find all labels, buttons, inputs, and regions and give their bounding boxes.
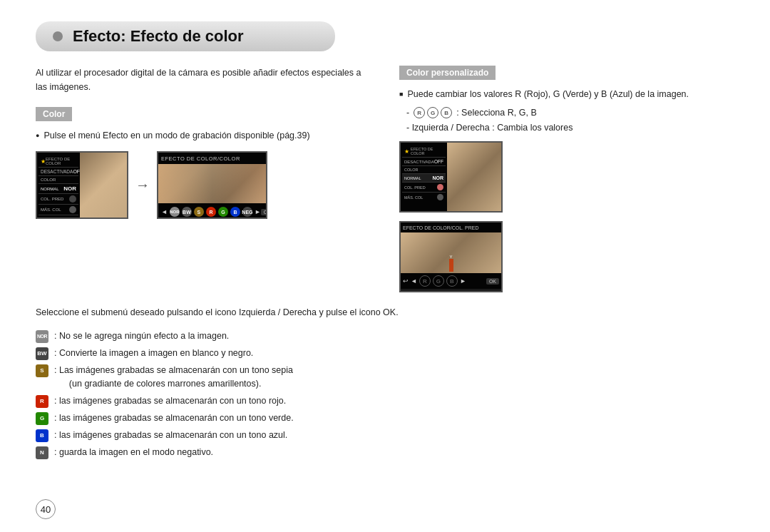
right-camera-2: EFECTO DE COLOR/COL. PRED Y [399, 221, 503, 292]
cam-menu-item-efecto: ★ EFECTO DE COLOR [38, 155, 78, 168]
right-menu-item-5: COL. PRED [402, 183, 446, 193]
right-color-label: COLOR [404, 168, 419, 172]
list-item-nor: NOR : No se le agrega ningún efecto a la… [36, 329, 734, 343]
dash-1: - [406, 108, 409, 118]
right-cam2-top: EFECTO DE COLOR/COL. PRED [401, 222, 501, 232]
left-nav-icon: ◄ [411, 277, 417, 285]
right-camera-1: ★ EFECTO DE COLOR DESACTIVADA OFF COLOR … [399, 141, 503, 213]
cam-icon-pred [69, 195, 76, 203]
col-right: Color personalizado ■ Puede cambiar los … [399, 66, 734, 292]
cam-menu-item-mas: MÁS. COL [38, 205, 78, 215]
neg-badge: N [36, 446, 48, 459]
bottom-intro: Seleccione el submenú deseado pulsando e… [36, 305, 734, 319]
cam2-image [158, 164, 266, 203]
cam2-header: EFECTO DE COLOR/COLOR [158, 153, 266, 164]
main-content: Al utilizar el procesador digital de la … [36, 66, 734, 292]
b-icon: B [230, 207, 240, 217]
right-mas-icon [437, 194, 443, 200]
s-badge: S [36, 364, 48, 377]
r-select-icon: R [414, 107, 425, 118]
bottom-section: Seleccione el submenú deseado pulsando e… [36, 305, 734, 459]
right-cam-menu-1: ★ EFECTO DE COLOR DESACTIVADA OFF COLOR … [401, 143, 447, 211]
nor-badge: NOR [36, 330, 48, 343]
cam-menu-item-pred: COL. PRED [38, 194, 78, 205]
right-menu-item-3: COLOR [402, 166, 446, 174]
rgb-bars: Y [449, 255, 453, 273]
r-bar: Y [449, 255, 453, 272]
r-badge: R [36, 395, 48, 408]
cam2-overlay [158, 164, 266, 203]
g-sel2: G [433, 275, 444, 287]
b-badge: B [36, 429, 48, 442]
s-text: : Las imágenes grabadas se almacenarán c… [54, 364, 293, 391]
cam-menu-item-color: COLOR [38, 176, 78, 184]
g-select-icon: G [427, 107, 438, 118]
list-item-neg: N : guarda la imagen en el modo negativo… [36, 446, 734, 459]
r-bar-fill [449, 259, 453, 272]
select-icons: R G B [414, 107, 452, 118]
right-mas-label: MÁS. COL [404, 195, 423, 200]
col-left: Al utilizar el procesador digital de la … [36, 66, 371, 292]
section-color-header: Color [36, 107, 72, 121]
cam-menu-item-normal: NORMAL NOR [38, 184, 78, 194]
left-arrow-icon: ◄ [161, 208, 168, 215]
cam2-header-text: EFECTO DE COLOR/COLOR [161, 155, 240, 162]
select-rgm-label: : Selecciona R, G, B [456, 108, 537, 118]
cam-label-normal: NORMAL [41, 187, 59, 191]
arrow-icon: → [135, 177, 150, 193]
intro-text: Al utilizar el procesador digital de la … [36, 66, 371, 94]
section-color-personalizado-header: Color personalizado [399, 66, 496, 80]
list-item-r: R : las imágenes grabadas se almacenarán… [36, 394, 734, 408]
cam2-icon-row: ◄ NOR BW S R G B NEG ► [161, 207, 261, 217]
right-cam2-bottom: ↩ ◄ R G B ► OK [401, 273, 501, 289]
right-cam2-img: Y [401, 232, 501, 273]
cam-label-mas: MÁS. COL [41, 208, 61, 212]
back-icon: ↩ [403, 277, 409, 285]
right-nav-icon: ► [460, 277, 466, 285]
b-select-icon: B [441, 107, 452, 118]
right-off-val: OFF [434, 159, 443, 164]
page-title: Efecto: Efecto de color [73, 27, 244, 46]
right-cam2-ok: OK [486, 278, 499, 285]
page-number: 40 [36, 499, 56, 519]
right-cam2-left-controls: ↩ ◄ R G B ► [403, 275, 466, 287]
right-arrow-icon: ► [255, 208, 261, 215]
value-indicator: Y [449, 255, 453, 273]
sepia-icon: S [194, 207, 204, 217]
right-pred-icon [437, 184, 443, 190]
b-text: : las imágenes grabadas se almacenarán c… [54, 429, 287, 442]
right-menu-item-2: DESACTIVADA OFF [402, 158, 446, 166]
color-personalizado-bullet: ■ Puede cambiar los valores R (Rojo), G … [399, 87, 734, 101]
cam-val-nor: NOR [63, 185, 76, 192]
bw-icon: BW [182, 207, 192, 217]
list-item-s: S : Las imágenes grabadas se almacenarán… [36, 364, 734, 391]
right-cam2-header: EFECTO DE COLOR/COL. PRED [403, 225, 478, 230]
right-normal-label: NORMAL [404, 176, 421, 180]
cam-label-color: COLOR [41, 178, 56, 182]
nor-text: : No se le agrega ningún efecto a la ima… [54, 329, 229, 343]
g-text: : las imágenes grabadas se almacenarán c… [54, 411, 294, 425]
right-efecto-label: EFECTO DE COLOR [411, 147, 443, 155]
list-item-b: B : las imágenes grabadas se almacenarán… [36, 429, 734, 442]
b-sel2: B [446, 275, 458, 287]
right-menu-item-6: MÁS. COL [402, 193, 446, 202]
icon-list: NOR : No se le agrega ningún efecto a la… [36, 329, 734, 459]
cam-img-area-1 [80, 153, 127, 218]
cam-icon-mas [69, 206, 76, 213]
color-personalizado-text: Puede cambiar los valores R (Rojo), G (V… [407, 87, 689, 101]
cam2-bottom-bar: ◄ NOR BW S R G B NEG ► OK [158, 203, 266, 219]
select-row: - R G B : Selecciona R, G, B [406, 107, 734, 118]
r-text: : las imágenes grabadas se almacenarán c… [54, 394, 286, 408]
cam-label-desact: DESACTIVADA [41, 169, 73, 174]
right-menu-item-4: NORMAL NOR [402, 174, 446, 183]
right-menu-item-1: ★ EFECTO DE COLOR [402, 145, 446, 158]
right-cameras: ★ EFECTO DE COLOR DESACTIVADA OFF COLOR … [399, 141, 734, 292]
neg-icon: NEG [242, 207, 252, 217]
color-bullet-text: Pulse el menú Efecto en un modo de graba… [43, 128, 309, 143]
cam-menu-1: ★ EFECTO DE COLOR DESACTIVADA OFF COLOR [37, 153, 80, 218]
right-nor-val: NOR [432, 175, 443, 180]
right-star-icon: ★ [404, 148, 409, 155]
bw-badge: BW [36, 347, 48, 360]
nor-icon: NOR [170, 207, 180, 217]
left-right-label: - Izquierda / Derecha : Cambia los valor… [406, 123, 734, 133]
